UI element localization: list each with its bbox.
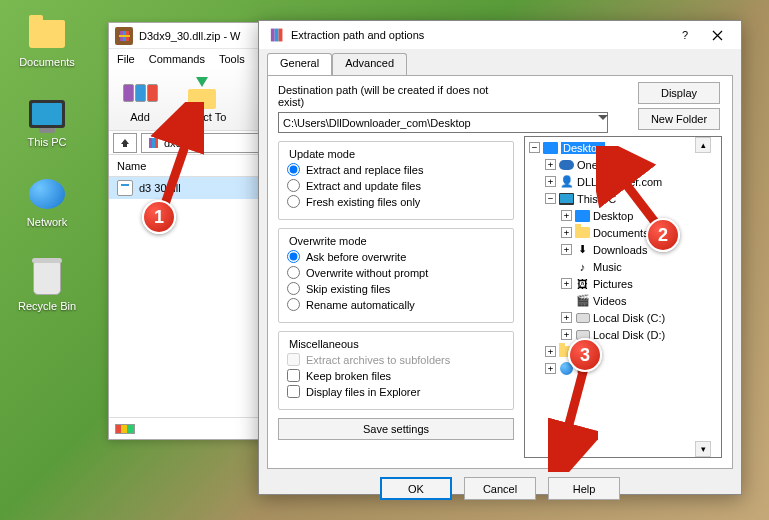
tab-pane-general: Destination path (will be created if doe… bbox=[267, 75, 733, 469]
extraction-dialog: Extraction path and options ? General Ad… bbox=[258, 20, 742, 495]
step-badge-3: 3 bbox=[568, 338, 602, 372]
update-mode-group: Update mode Extract and replace files Ex… bbox=[278, 141, 514, 220]
ok-button[interactable]: OK bbox=[380, 477, 452, 500]
svg-rect-8 bbox=[275, 29, 279, 42]
folder-icon bbox=[27, 14, 67, 54]
dialog-title-text: Extraction path and options bbox=[291, 29, 669, 41]
desktop-recyclebin[interactable]: Recycle Bin bbox=[12, 258, 82, 312]
close-button[interactable] bbox=[701, 21, 733, 49]
step-badge-2: 2 bbox=[646, 218, 680, 252]
download-icon: ⬇ bbox=[575, 242, 590, 257]
cancel-button[interactable]: Cancel bbox=[464, 477, 536, 500]
desktop-label: Network bbox=[12, 216, 82, 228]
help-button[interactable]: Help bbox=[548, 477, 620, 500]
videos-icon: 🎬 bbox=[575, 293, 590, 308]
radio-skip-existing[interactable]: Skip existing files bbox=[287, 282, 505, 295]
pc-icon bbox=[27, 94, 67, 134]
dropdown-icon[interactable] bbox=[598, 115, 608, 120]
desktop-network[interactable]: Network bbox=[12, 174, 82, 228]
desktop-label: Documents bbox=[12, 56, 82, 68]
status-bar-icon bbox=[115, 424, 135, 434]
expand-icon[interactable]: + bbox=[561, 312, 572, 323]
new-folder-button[interactable]: New Folder bbox=[638, 108, 720, 130]
radio-fresh-only[interactable]: Fresh existing files only bbox=[287, 195, 505, 208]
tab-advanced[interactable]: Advanced bbox=[332, 53, 407, 75]
misc-title: Miscellaneous bbox=[287, 338, 505, 350]
check-keep-broken[interactable]: Keep broken files bbox=[287, 369, 505, 382]
expand-icon[interactable]: + bbox=[545, 346, 556, 357]
tree-music[interactable]: ♪Music bbox=[527, 258, 719, 275]
check-subfolders[interactable]: Extract archives to subfolders bbox=[287, 353, 505, 366]
radio-extract-replace[interactable]: Extract and replace files bbox=[287, 163, 505, 176]
scroll-up-icon[interactable]: ▴ bbox=[695, 137, 711, 153]
col-name: Name bbox=[117, 160, 146, 172]
disk-icon bbox=[575, 310, 590, 325]
expand-icon[interactable]: + bbox=[561, 210, 572, 221]
tree-item[interactable]: +s bbox=[527, 343, 719, 360]
user-icon: 👤 bbox=[559, 174, 574, 189]
desktop-thispc[interactable]: This PC bbox=[12, 94, 82, 148]
music-icon: ♪ bbox=[575, 259, 590, 274]
tree-disk-c[interactable]: +Local Disk (C:) bbox=[527, 309, 719, 326]
svg-line-12 bbox=[560, 368, 584, 458]
dialog-tabs: General Advanced bbox=[259, 49, 741, 75]
scroll-down-icon[interactable]: ▾ bbox=[695, 441, 711, 457]
thispc-icon bbox=[559, 191, 574, 206]
up-folder-button[interactable] bbox=[113, 133, 137, 153]
destination-label: Destination path (will be created if doe… bbox=[278, 84, 514, 108]
expand-icon[interactable]: + bbox=[561, 329, 572, 340]
radio-extract-update[interactable]: Extract and update files bbox=[287, 179, 505, 192]
tree-downloads[interactable]: +⬇Downloads bbox=[527, 241, 719, 258]
folder-icon bbox=[575, 225, 590, 240]
overwrite-mode-title: Overwrite mode bbox=[287, 235, 505, 247]
menu-commands[interactable]: Commands bbox=[149, 53, 205, 65]
overwrite-mode-group: Overwrite mode Ask before overwrite Over… bbox=[278, 228, 514, 323]
collapse-icon[interactable]: − bbox=[545, 193, 556, 204]
desktop-documents[interactable]: Documents bbox=[12, 14, 82, 68]
radio-overwrite-noprompt[interactable]: Overwrite without prompt bbox=[287, 266, 505, 279]
expand-icon[interactable]: + bbox=[561, 244, 572, 255]
recycle-icon bbox=[27, 258, 67, 298]
svg-line-10 bbox=[164, 114, 196, 207]
svg-rect-3 bbox=[119, 35, 130, 37]
network-icon bbox=[27, 174, 67, 214]
display-button[interactable]: Display bbox=[638, 82, 720, 104]
menu-tools[interactable]: Tools bbox=[219, 53, 245, 65]
expand-icon[interactable]: + bbox=[545, 176, 556, 187]
expand-icon[interactable]: + bbox=[545, 159, 556, 170]
radio-rename-auto[interactable]: Rename automatically bbox=[287, 298, 505, 311]
svg-rect-9 bbox=[279, 29, 283, 42]
step-arrow-1 bbox=[144, 102, 204, 212]
help-button[interactable]: ? bbox=[669, 21, 701, 49]
winrar-dialog-icon bbox=[267, 26, 285, 44]
svg-line-11 bbox=[606, 158, 658, 226]
winrar-title-text: D3dx9_30.dll.zip - W bbox=[139, 30, 241, 42]
winrar-app-icon bbox=[115, 27, 133, 45]
step-badge-1: 1 bbox=[142, 200, 176, 234]
step-arrow-3 bbox=[548, 362, 598, 472]
destination-path-input[interactable] bbox=[278, 112, 608, 133]
check-display-explorer[interactable]: Display files in Explorer bbox=[287, 385, 505, 398]
onedrive-icon bbox=[559, 157, 574, 172]
dll-file-icon bbox=[117, 180, 133, 196]
misc-group: Miscellaneous Extract archives to subfol… bbox=[278, 331, 514, 410]
folder-icon bbox=[575, 208, 590, 223]
tree-disk-d[interactable]: +Local Disk (D:) bbox=[527, 326, 719, 343]
update-mode-title: Update mode bbox=[287, 148, 505, 160]
dialog-titlebar[interactable]: Extraction path and options ? bbox=[259, 21, 741, 49]
desktop-icon bbox=[543, 140, 558, 155]
dialog-action-buttons: OK Cancel Help bbox=[259, 469, 741, 508]
expand-icon[interactable]: + bbox=[561, 227, 572, 238]
radio-ask-overwrite[interactable]: Ask before overwrite bbox=[287, 250, 505, 263]
expand-icon[interactable]: − bbox=[529, 142, 540, 153]
svg-rect-7 bbox=[271, 29, 275, 42]
tree-pictures[interactable]: +🖼Pictures bbox=[527, 275, 719, 292]
tab-general[interactable]: General bbox=[267, 53, 332, 75]
menu-file[interactable]: File bbox=[117, 53, 135, 65]
save-settings-button[interactable]: Save settings bbox=[278, 418, 514, 440]
pictures-icon: 🖼 bbox=[575, 276, 590, 291]
tree-videos[interactable]: 🎬Videos bbox=[527, 292, 719, 309]
desktop-label: This PC bbox=[12, 136, 82, 148]
desktop-label: Recycle Bin bbox=[12, 300, 82, 312]
expand-icon[interactable]: + bbox=[561, 278, 572, 289]
